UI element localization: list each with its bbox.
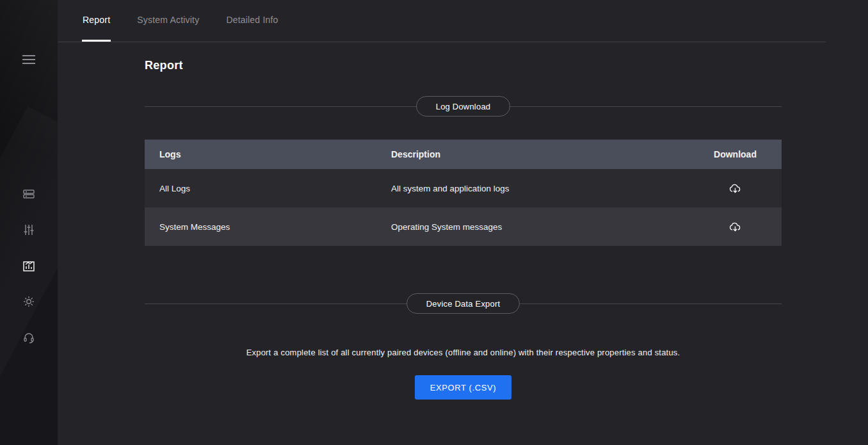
- support-headset-icon[interactable]: [21, 330, 36, 345]
- table-row: All Logs All system and application logs: [145, 169, 782, 207]
- tab-report[interactable]: Report: [82, 0, 111, 42]
- reports-chart-icon[interactable]: [21, 258, 36, 273]
- app-root: Report System Activity Detailed Info Rep…: [0, 0, 868, 445]
- header-logs: Logs: [145, 149, 376, 159]
- tab-detailed-info[interactable]: Detailed Info: [225, 0, 278, 42]
- menu-icon[interactable]: [0, 51, 58, 68]
- main-area: Report System Activity Detailed Info Rep…: [58, 0, 868, 445]
- device-data-export-divider: Device Data Export: [145, 293, 782, 314]
- log-description: Operating System messages: [376, 222, 689, 232]
- cloud-download-icon[interactable]: [726, 217, 745, 236]
- export-csv-button[interactable]: EXPORT (.CSV): [415, 375, 511, 400]
- sliders-icon[interactable]: [21, 222, 36, 238]
- tab-bar: Report System Activity Detailed Info: [58, 0, 826, 42]
- page-title: Report: [145, 59, 782, 72]
- devices-icon[interactable]: [21, 186, 36, 202]
- content-area: Report Log Download Logs Description Dow…: [58, 42, 868, 400]
- sidebar: [0, 0, 58, 445]
- sidebar-nav: [0, 186, 58, 345]
- log-name: All Logs: [145, 184, 376, 193]
- log-name: System Messages: [145, 222, 376, 232]
- header-download: Download: [689, 149, 782, 159]
- logs-table: Logs Description Download All Logs All s…: [145, 140, 782, 246]
- log-description: All system and application logs: [376, 184, 689, 193]
- cloud-download-icon[interactable]: [726, 179, 745, 198]
- logs-table-header: Logs Description Download: [145, 140, 782, 169]
- device-data-export-section-button[interactable]: Device Data Export: [406, 293, 520, 314]
- gear-icon[interactable]: [21, 294, 36, 309]
- log-download-section-button[interactable]: Log Download: [416, 96, 511, 117]
- table-row: System Messages Operating System message…: [145, 207, 782, 246]
- tab-system-activity[interactable]: System Activity: [136, 0, 200, 42]
- log-download-divider: Log Download: [145, 95, 782, 117]
- export-description: Export a complete list of all currently …: [145, 348, 782, 357]
- export-button-row: EXPORT (.CSV): [145, 375, 782, 400]
- header-description: Description: [376, 149, 689, 159]
